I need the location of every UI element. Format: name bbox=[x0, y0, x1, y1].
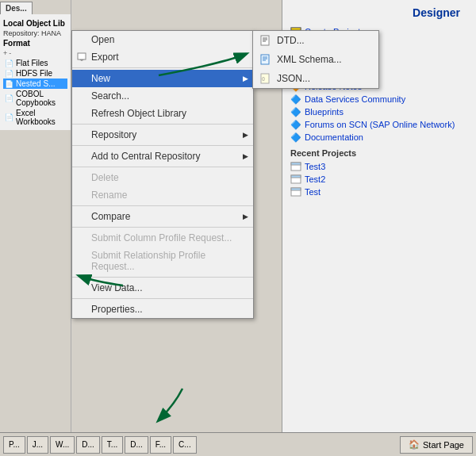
menu-search[interactable]: Search... bbox=[72, 87, 253, 105]
compare-submenu-arrow: ▶ bbox=[243, 213, 248, 220]
menu-properties[interactable]: Properties... bbox=[72, 301, 253, 318]
menu-refresh[interactable]: Refresh Object Library bbox=[72, 105, 253, 122]
submenu-dtd[interactable]: DTD... bbox=[253, 31, 378, 50]
separator-7 bbox=[72, 277, 253, 278]
menu-add-central[interactable]: Add to Central Repository ▶ bbox=[72, 148, 253, 165]
recent-test2-link[interactable]: Test2 bbox=[290, 173, 468, 186]
recent-projects-label: Recent Projects bbox=[290, 148, 468, 158]
dtd-icon bbox=[259, 34, 272, 47]
recent-test-link[interactable]: Test bbox=[290, 186, 468, 198]
nested-schema-item[interactable]: 📄 Nested S... bbox=[3, 79, 67, 89]
left-panel-tabs: Des... bbox=[0, 2, 71, 14]
menu-view-data[interactable]: View Data... bbox=[72, 279, 253, 297]
nested-schema-icon: 📄 bbox=[5, 80, 13, 88]
blueprints-icon: 🔷 bbox=[290, 106, 301, 117]
svg-rect-16 bbox=[261, 55, 269, 64]
local-object-lib-title: Local Object Lib bbox=[3, 19, 67, 28]
separator-2 bbox=[72, 124, 253, 125]
taskbar-f[interactable]: F... bbox=[150, 436, 171, 454]
separator-8 bbox=[72, 298, 253, 299]
taskbar-t[interactable]: T... bbox=[102, 436, 123, 454]
forums-link[interactable]: 🔷 Forums on SCN (SAP Online Network) bbox=[290, 118, 468, 131]
documentation-link[interactable]: 🔷 Documentation bbox=[290, 131, 468, 144]
recent-test3-link[interactable]: Test3 bbox=[290, 160, 468, 173]
new-submenu-arrow: ▶ bbox=[243, 75, 248, 82]
left-panel: Des... Local Object Lib Repository: HANA… bbox=[0, 0, 71, 432]
expand-all-icon: + bbox=[3, 49, 7, 57]
new-submenu: DTD... XML Schema... {} JSON... bbox=[252, 30, 379, 89]
blueprints-link[interactable]: 🔷 Blueprints bbox=[290, 105, 468, 118]
taskbar-p[interactable]: P... bbox=[3, 436, 25, 454]
excel-icon: 📄 bbox=[5, 113, 13, 121]
svg-rect-10 bbox=[291, 188, 301, 190]
community-icon: 🔷 bbox=[290, 94, 301, 105]
recent-test2-icon bbox=[290, 174, 301, 185]
separator-5 bbox=[72, 205, 253, 206]
documentation-icon: 🔷 bbox=[290, 132, 301, 143]
tab-designer[interactable]: Des... bbox=[0, 2, 33, 14]
taskbar-j[interactable]: J... bbox=[27, 436, 48, 454]
svg-rect-11 bbox=[78, 53, 86, 59]
menu-open[interactable]: Open bbox=[72, 31, 253, 48]
separator-4 bbox=[72, 167, 253, 167]
svg-text:{}: {} bbox=[262, 76, 265, 81]
cobol-copybooks-item[interactable]: 📄 COBOL Copybooks bbox=[3, 89, 67, 108]
xml-schema-icon bbox=[259, 53, 272, 66]
taskbar-d1[interactable]: D... bbox=[76, 436, 100, 454]
taskbar-c[interactable]: C... bbox=[173, 436, 197, 454]
expand-icon-row: + - bbox=[3, 49, 67, 57]
separator-6 bbox=[72, 227, 253, 228]
menu-delete: Delete bbox=[72, 169, 253, 186]
separator-1 bbox=[72, 67, 253, 68]
separator-3 bbox=[72, 145, 253, 146]
recent-test-icon bbox=[290, 186, 301, 197]
hdfs-file-item[interactable]: 📄 HDFS File bbox=[3, 68, 67, 79]
menu-repository[interactable]: Repository ▶ bbox=[72, 126, 253, 144]
menu-submit-column: Submit Column Profile Request... bbox=[72, 229, 253, 247]
right-panel-title: Designer bbox=[290, 6, 468, 19]
menu-new[interactable]: New ▶ bbox=[72, 70, 253, 87]
context-menu: Open Export New ▶ Search... Refresh Obje… bbox=[71, 30, 254, 319]
excel-workbooks-item[interactable]: 📄 Excel Workbooks bbox=[3, 108, 67, 127]
submenu-json[interactable]: {} JSON... bbox=[253, 69, 378, 88]
submenu-xml-schema[interactable]: XML Schema... bbox=[253, 50, 378, 69]
collapse-all-icon: - bbox=[9, 49, 11, 57]
flat-files-icon: 📄 bbox=[5, 59, 13, 67]
resources-section: 🔶 Release Notes 🔷 Data Services Communit… bbox=[290, 80, 468, 144]
hdfs-icon: 📄 bbox=[5, 70, 13, 78]
community-link[interactable]: 🔷 Data Services Community bbox=[290, 93, 468, 105]
start-page-button[interactable]: 🏠 Start Page bbox=[400, 436, 473, 454]
forums-icon: 🔷 bbox=[290, 119, 301, 130]
start-page-icon: 🏠 bbox=[409, 439, 420, 450]
taskbar-w[interactable]: W... bbox=[50, 436, 75, 454]
repo-label: Repository: HANA bbox=[3, 29, 67, 37]
repo-submenu-arrow: ▶ bbox=[243, 131, 248, 139]
flat-files-item[interactable]: 📄 Flat Files bbox=[3, 58, 67, 68]
taskbar-d2[interactable]: D... bbox=[125, 436, 148, 454]
format-label: Format bbox=[3, 39, 67, 48]
central-submenu-arrow: ▶ bbox=[243, 152, 248, 160]
export-menu-icon bbox=[75, 51, 88, 63]
svg-rect-12 bbox=[261, 36, 269, 45]
menu-submit-relationship: Submit Relationship Profile Request... bbox=[72, 247, 253, 275]
recent-test3-icon bbox=[290, 161, 301, 172]
svg-rect-6 bbox=[291, 163, 301, 165]
menu-compare[interactable]: Compare ▶ bbox=[72, 208, 253, 225]
recent-projects-section: Test3 Test2 Test bbox=[290, 160, 468, 198]
cobol-icon: 📄 bbox=[5, 94, 13, 102]
taskbar: P... J... W... D... T... D... F... C... … bbox=[0, 432, 476, 456]
svg-rect-8 bbox=[291, 175, 301, 178]
left-content: Local Object Lib Repository: HANA Format… bbox=[0, 14, 71, 130]
menu-export[interactable]: Export bbox=[72, 48, 253, 66]
menu-rename: Rename bbox=[72, 186, 253, 204]
json-icon: {} bbox=[259, 72, 272, 85]
